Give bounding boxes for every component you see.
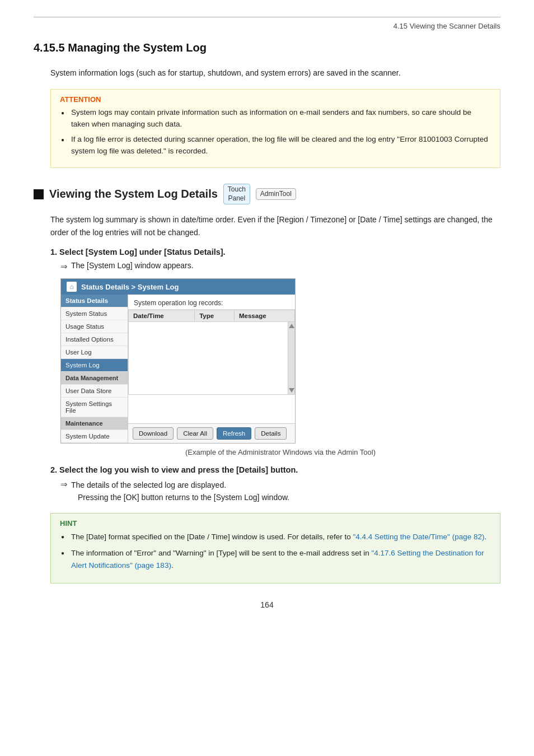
sidebar-item-system-status[interactable]: System Status <box>61 307 128 320</box>
admin-tool-badge: AdminTool <box>256 188 296 200</box>
ui-window: ⌂ Status Details > System Log Status Det… <box>60 278 296 444</box>
step-2-arrow-text: The details of the selected log are disp… <box>71 479 289 491</box>
arrow-symbol-2: ⇒ <box>60 479 68 489</box>
subsection-title: Viewing the System Log Details <box>49 188 218 200</box>
scrollbar-down-icon[interactable] <box>289 388 294 393</box>
attention-item-2: If a log file error is detected during s… <box>60 134 491 157</box>
hint-list: The [Date] format specified on the [Date… <box>60 531 491 572</box>
page-header: 4.15 Viewing the Scanner Details <box>34 22 500 30</box>
hint-item-2-after: . <box>171 561 174 570</box>
intro-text: System information logs (such as for sta… <box>50 67 500 79</box>
refresh-button[interactable]: Refresh <box>217 427 251 440</box>
ui-titlebar: ⌂ Status Details > System Log <box>61 279 295 295</box>
hint-item-1-after: . <box>484 533 486 541</box>
sidebar-group-maintenance: Maintenance <box>61 417 128 430</box>
section-title: 4.15.5 Managing the System Log <box>34 41 500 57</box>
sidebar-item-usage-status[interactable]: Usage Status <box>61 320 128 333</box>
sidebar-item-user-data-store[interactable]: User Data Store <box>61 385 128 398</box>
step-1-arrow-text: The [System Log] window appears. <box>71 261 194 270</box>
subsection-desc: The system log summary is shown in date/… <box>50 213 500 239</box>
hint-item-1-before: The [Date] format specified on the [Date… <box>71 533 353 541</box>
sidebar-item-system-settings-file[interactable]: System Settings File <box>61 398 128 417</box>
screenshot-caption: (Example of the Administrator Windows vi… <box>60 448 500 456</box>
ui-titlebar-text: Status Details > System Log <box>81 283 179 291</box>
arrow-symbol: ⇒ <box>60 262 68 272</box>
sidebar-item-user-log[interactable]: User Log <box>61 346 128 359</box>
step-2-arrow: ⇒ The details of the selected log are di… <box>60 479 500 504</box>
col-type: Type <box>195 310 235 322</box>
page-number: 164 <box>34 600 500 620</box>
ui-table-body <box>128 322 295 395</box>
sidebar-group-data-management: Data Management <box>61 372 128 385</box>
col-message: Message <box>234 310 294 322</box>
sidebar-item-system-log[interactable]: System Log <box>61 359 128 372</box>
ui-main: System operation log records: Date/Time … <box>128 295 295 443</box>
ui-footer: Download Clear All Refresh Details <box>128 423 295 443</box>
ui-body: Status Details System Status Usage Statu… <box>61 295 295 443</box>
attention-label: ATTENTION <box>60 95 491 104</box>
download-button[interactable]: Download <box>133 427 174 440</box>
step-2-text: The details of the selected log are disp… <box>71 479 289 504</box>
hint-item-2: The information of "Error" and "Warning"… <box>60 547 491 571</box>
step-2: 2. Select the log you wish to view and p… <box>50 465 500 504</box>
attention-list: System logs may contain private informat… <box>60 107 491 157</box>
scrollbar-up-icon[interactable] <box>289 324 294 328</box>
hint-item-1-link[interactable]: "4.4.4 Setting the Date/Time" (page 82) <box>353 533 484 541</box>
step-2-sub-text: Pressing the [OK] button returns to the … <box>78 491 289 503</box>
sidebar-item-installed-options[interactable]: Installed Options <box>61 333 128 346</box>
attention-item-1: System logs may contain private informat… <box>60 107 491 130</box>
hint-item-2-before: The information of "Error" and "Warning"… <box>71 549 371 557</box>
ui-main-top: System operation log records: <box>128 295 295 310</box>
home-icon: ⌂ <box>67 282 77 292</box>
details-button[interactable]: Details <box>255 427 287 440</box>
col-date-time: Date/Time <box>129 310 195 322</box>
hint-label: HINT <box>60 519 491 528</box>
ui-scrollbar[interactable] <box>288 322 294 394</box>
clear-all-button[interactable]: Clear All <box>177 427 213 440</box>
touch-panel-badge: TouchPanel <box>223 184 250 204</box>
hint-box: HINT The [Date] format specified on the … <box>50 513 500 584</box>
step-1: 1. Select [System Log] under [Status Det… <box>50 248 500 456</box>
sidebar-item-system-update[interactable]: System Update <box>61 430 128 443</box>
steps: 1. Select [System Log] under [Status Det… <box>50 248 500 504</box>
attention-box: ATTENTION System logs may contain privat… <box>50 89 500 168</box>
screenshot-container: ⌂ Status Details > System Log Status Det… <box>60 278 500 456</box>
ui-sidebar: Status Details System Status Usage Statu… <box>61 295 128 443</box>
step-1-label: 1. Select [System Log] under [Status Det… <box>50 248 500 256</box>
sidebar-group-status-details: Status Details <box>61 295 128 307</box>
subsection-heading: Viewing the System Log Details TouchPane… <box>34 184 500 204</box>
hint-item-1: The [Date] format specified on the [Date… <box>60 531 491 543</box>
ui-table: Date/Time Type Message <box>128 310 295 322</box>
ui-table-area: Date/Time Type Message <box>128 310 295 423</box>
step-1-arrow: ⇒ The [System Log] window appears. <box>60 261 500 272</box>
step-2-label: 2. Select the log you wish to view and p… <box>50 465 500 474</box>
black-square-icon <box>34 189 44 199</box>
